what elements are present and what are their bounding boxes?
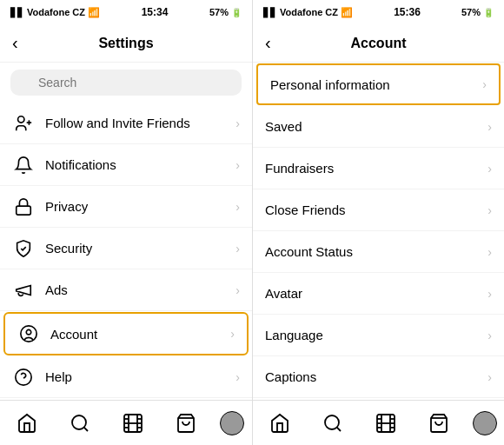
- shield-icon: [12, 237, 35, 260]
- home-tab-left[interactable]: [8, 404, 46, 442]
- follow-label: Follow and Invite Friends: [45, 116, 235, 130]
- battery-icon-left: 🔋: [231, 8, 242, 17]
- person-circle-icon: [17, 322, 40, 345]
- saved-label: Saved: [265, 119, 487, 134]
- close-friends-label: Close Friends: [265, 203, 487, 217]
- back-button-left[interactable]: ‹: [12, 33, 18, 53]
- profile-tab-left[interactable]: [220, 411, 244, 435]
- signal-icon: ▋▋: [10, 8, 24, 17]
- signal-icon-right: ▋▋: [263, 8, 277, 17]
- nav-title-right: Account: [351, 36, 407, 51]
- language-label: Language: [265, 328, 487, 342]
- status-left-right: ▋▋ Vodafone CZ 📶: [263, 7, 353, 18]
- menu-item-account[interactable]: Account ›: [3, 312, 249, 355]
- nav-bar-left: ‹ Settings: [0, 24, 252, 63]
- lock-icon: [12, 196, 35, 218]
- chevron-personal-info: ›: [482, 77, 487, 91]
- chevron-follow: ›: [235, 116, 240, 130]
- menu-item-privacy[interactable]: Privacy ›: [0, 186, 252, 228]
- svg-point-11: [72, 415, 86, 429]
- wifi-icon-left: 📶: [88, 7, 100, 18]
- svg-rect-3: [17, 206, 31, 215]
- search-tab-left[interactable]: [61, 404, 99, 442]
- chevron-avatar: ›: [487, 287, 492, 301]
- menu-item-notifications[interactable]: Notifications ›: [0, 144, 252, 186]
- menu-item-close-friends[interactable]: Close Friends ›: [253, 189, 504, 231]
- help-circle-icon: [12, 366, 35, 389]
- help-label: Help: [45, 369, 235, 384]
- carrier-right: Vodafone CZ: [280, 7, 338, 17]
- security-label: Security: [45, 241, 235, 256]
- carrier-left: Vodafone CZ: [27, 7, 85, 17]
- svg-point-6: [16, 369, 31, 384]
- reels-tab-right[interactable]: [367, 404, 405, 442]
- account-status-label: Account Status: [265, 244, 487, 259]
- personal-info-label: Personal information: [270, 77, 482, 92]
- time-right: 15:36: [394, 6, 421, 18]
- megaphone-icon: [12, 279, 35, 302]
- svg-line-23: [336, 427, 340, 430]
- chevron-close-friends: ›: [487, 203, 492, 217]
- chevron-captions: ›: [487, 370, 492, 384]
- status-left: ▋▋ Vodafone CZ 📶: [10, 7, 100, 18]
- account-phone: ▋▋ Vodafone CZ 📶 15:36 57% 🔋 ‹ Account P…: [252, 0, 504, 445]
- reels-tab-left[interactable]: [114, 404, 152, 442]
- menu-item-saved[interactable]: Saved ›: [253, 106, 504, 148]
- captions-label: Captions: [265, 369, 487, 384]
- status-bar-right: ▋▋ Vodafone CZ 📶 15:36 57% 🔋: [253, 0, 504, 24]
- chevron-security: ›: [235, 242, 240, 256]
- search-tab-right[interactable]: [314, 404, 352, 442]
- status-right-right: 57% 🔋: [461, 7, 494, 17]
- chevron-fundraisers: ›: [487, 162, 492, 176]
- wifi-icon-right: 📶: [341, 7, 353, 18]
- svg-point-22: [325, 415, 339, 429]
- bottom-nav-left: [0, 400, 252, 445]
- ads-label: Ads: [45, 282, 235, 297]
- privacy-label: Privacy: [45, 199, 235, 214]
- menu-item-security[interactable]: Security ›: [0, 228, 252, 269]
- home-tab-right[interactable]: [261, 404, 299, 442]
- menu-item-account-status[interactable]: Account Status ›: [253, 231, 504, 273]
- search-wrapper: 🔍: [10, 70, 242, 96]
- avatar-label: Avatar: [265, 286, 487, 301]
- chevron-account: ›: [230, 327, 235, 341]
- search-input[interactable]: [10, 70, 242, 96]
- battery-left: 57%: [209, 7, 229, 17]
- svg-point-4: [21, 326, 36, 342]
- status-right-left: 57% 🔋: [209, 7, 242, 17]
- svg-line-12: [83, 427, 87, 430]
- account-menu-list: Personal information › Saved › Fundraise…: [253, 63, 504, 400]
- svg-point-0: [18, 116, 24, 122]
- search-bar: 🔍: [0, 63, 252, 103]
- chevron-account-status: ›: [487, 245, 492, 259]
- svg-point-5: [26, 329, 31, 335]
- menu-item-ads[interactable]: Ads ›: [0, 269, 252, 311]
- menu-item-sensitive-content[interactable]: Sensitive content control ›: [253, 398, 504, 400]
- time-left: 15:34: [142, 6, 169, 18]
- menu-item-avatar[interactable]: Avatar ›: [253, 273, 504, 315]
- menu-item-about[interactable]: About ›: [0, 398, 252, 400]
- nav-title-left: Settings: [98, 36, 153, 51]
- chevron-saved: ›: [487, 120, 492, 134]
- profile-tab-right[interactable]: [473, 411, 497, 435]
- chevron-notifications: ›: [235, 158, 240, 172]
- bell-icon: [12, 154, 35, 176]
- chevron-language: ›: [487, 329, 492, 342]
- chevron-ads: ›: [235, 283, 240, 297]
- menu-item-language[interactable]: Language ›: [253, 315, 504, 356]
- shop-tab-left[interactable]: [167, 404, 205, 442]
- chevron-help: ›: [235, 370, 240, 384]
- menu-item-fundraisers[interactable]: Fundraisers ›: [253, 148, 504, 189]
- battery-icon-right: 🔋: [483, 8, 494, 17]
- settings-phone: ▋▋ Vodafone CZ 📶 15:34 57% 🔋 ‹ Settings …: [0, 0, 252, 445]
- shop-tab-right[interactable]: [420, 404, 458, 442]
- bottom-nav-right: [253, 400, 504, 445]
- menu-item-captions[interactable]: Captions ›: [253, 356, 504, 398]
- nav-bar-right: ‹ Account: [253, 24, 504, 63]
- chevron-privacy: ›: [235, 200, 240, 214]
- status-bar-left: ▋▋ Vodafone CZ 📶 15:34 57% 🔋: [0, 0, 252, 24]
- menu-item-help[interactable]: Help ›: [0, 356, 252, 398]
- menu-item-follow[interactable]: Follow and Invite Friends ›: [0, 103, 252, 144]
- menu-item-personal-info[interactable]: Personal information ›: [256, 63, 501, 105]
- back-button-right[interactable]: ‹: [265, 33, 271, 53]
